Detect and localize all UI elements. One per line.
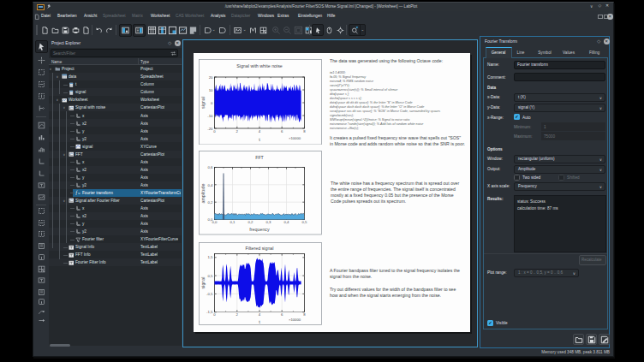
svg-text:0,5: 0,5 bbox=[208, 274, 214, 278]
svg-text:0,4: 0,4 bbox=[284, 220, 290, 224]
svg-text:0,0: 0,0 bbox=[212, 220, 218, 224]
svg-text:0,6: 0,6 bbox=[208, 165, 214, 169]
svg-text:0,2: 0,2 bbox=[248, 220, 254, 224]
svg-text:0,4: 0,4 bbox=[208, 183, 214, 187]
svg-text:×10000: ×10000 bbox=[289, 317, 301, 322]
svg-text:FFT: FFT bbox=[255, 155, 264, 160]
svg-text:10: 10 bbox=[209, 87, 213, 92]
svg-text:×10000: ×10000 bbox=[289, 135, 301, 139]
svg-text:signal: signal bbox=[200, 97, 206, 109]
svg-text:Signal with white noise: Signal with white noise bbox=[236, 63, 283, 68]
svg-text:-0,5: -0,5 bbox=[206, 292, 213, 296]
svg-text:-20: -20 bbox=[207, 126, 213, 130]
svg-text:0,5: 0,5 bbox=[302, 220, 308, 224]
svg-text:0,2: 0,2 bbox=[208, 200, 214, 205]
svg-text:0,1: 0,1 bbox=[230, 220, 236, 224]
svg-text:-10: -10 bbox=[207, 113, 213, 117]
svg-text:0,3: 0,3 bbox=[266, 220, 272, 224]
svg-text:signal: signal bbox=[200, 277, 206, 289]
svg-text:u: u bbox=[78, 193, 80, 196]
svg-text:-1,5: -1,5 bbox=[206, 310, 213, 314]
svg-text:20: 20 bbox=[209, 74, 213, 79]
svg-text:1,5: 1,5 bbox=[208, 255, 214, 259]
svg-text:amplitude: amplitude bbox=[200, 183, 206, 203]
svg-text:Filtered signal: Filtered signal bbox=[246, 246, 274, 251]
svg-text:frequency: frequency bbox=[249, 227, 270, 232]
